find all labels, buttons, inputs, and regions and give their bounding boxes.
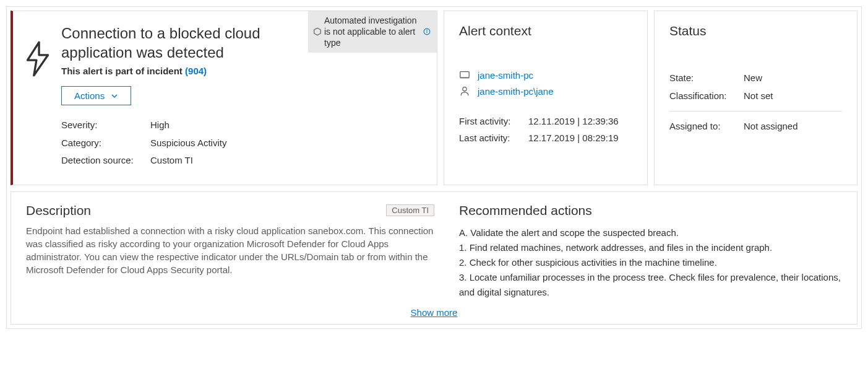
show-more-row: Show more (26, 307, 842, 318)
alert-icon-column (22, 24, 61, 170)
svg-rect-5 (460, 72, 469, 78)
description-heading: Description (26, 203, 91, 218)
severity-label: Severity: (61, 116, 150, 134)
classification-row: Classification: Not set (669, 87, 842, 105)
user-row: jane-smith-pc\jane (459, 85, 632, 97)
custom-ti-tag: Custom TI (386, 204, 434, 216)
recommended-line: 2. Check for other suspicious activities… (459, 255, 842, 270)
svg-point-7 (463, 87, 466, 91)
first-activity-label: First activity: (459, 113, 528, 129)
severity-row: Severity: High (61, 116, 424, 134)
state-value: New (744, 69, 762, 87)
svg-point-3 (427, 30, 428, 31)
svg-marker-0 (314, 28, 321, 35)
classification-value: Not set (744, 87, 773, 105)
detection-row: Detection source: Custom TI (61, 152, 424, 170)
last-activity-label: Last activity: (459, 129, 528, 146)
detection-label: Detection source: (61, 152, 150, 170)
recommended-column: Recommended actions A. Validate the aler… (459, 203, 842, 300)
category-value: Suspicious Activity (150, 134, 226, 152)
status-divider (669, 111, 842, 111)
last-activity-value: 12.17.2019 | 08:29:19 (528, 129, 619, 146)
detection-value: Custom TI (150, 152, 193, 170)
incident-link[interactable]: (904) (185, 66, 207, 76)
recommended-line: 1. Find related machines, network addres… (459, 240, 842, 255)
status-heading: Status (669, 24, 842, 38)
description-text: Endpoint had established a connection wi… (26, 224, 434, 276)
device-icon (459, 69, 470, 81)
alert-context-card: Alert context jane-smith-pc jane-smith-p… (444, 11, 648, 185)
recommended-heading: Recommended actions (459, 203, 842, 218)
bottom-columns: Description Custom TI Endpoint had estab… (26, 203, 842, 300)
assigned-value: Not assigned (744, 118, 798, 136)
last-activity-row: Last activity: 12.17.2019 | 08:29:19 (459, 129, 632, 146)
recommended-line: 3. Locate unfamiliar processes in the pr… (459, 270, 842, 300)
device-row: jane-smith-pc (459, 69, 632, 81)
hexagon-icon (313, 27, 322, 36)
lightning-icon (22, 41, 54, 77)
device-link[interactable]: jane-smith-pc (478, 70, 533, 81)
incident-prefix: This alert is part of incident (61, 66, 185, 76)
category-label: Category: (61, 134, 150, 152)
incident-line: This alert is part of incident (904) (61, 66, 424, 76)
description-recommended-card: Description Custom TI Endpoint had estab… (11, 191, 857, 325)
svg-marker-4 (27, 42, 48, 76)
automated-investigation-banner: Automated investigation is not applicabl… (308, 11, 437, 53)
category-row: Category: Suspicious Activity (61, 134, 424, 152)
classification-label: Classification: (669, 87, 744, 105)
recommended-line: A. Validate the alert and scope the susp… (459, 225, 842, 240)
first-activity-row: First activity: 12.11.2019 | 12:39:36 (459, 113, 632, 129)
status-card: Status State: New Classification: Not se… (654, 11, 857, 185)
description-header-row: Description Custom TI (26, 203, 434, 218)
info-icon[interactable] (423, 28, 431, 35)
first-activity-value: 12.11.2019 | 12:39:36 (528, 113, 619, 129)
description-column: Description Custom TI Endpoint had estab… (26, 203, 434, 300)
alert-detail-container: Automated investigation is not applicabl… (6, 6, 862, 329)
chevron-down-icon (111, 92, 118, 100)
actions-button[interactable]: Actions (61, 86, 131, 105)
state-label: State: (669, 69, 744, 87)
severity-value: High (150, 116, 170, 134)
show-more-link[interactable]: Show more (411, 307, 458, 318)
actions-label: Actions (74, 90, 105, 101)
banner-text: Automated investigation is not applicabl… (324, 15, 419, 49)
alert-summary-card: Automated investigation is not applicabl… (11, 11, 437, 185)
top-row: Automated investigation is not applicabl… (11, 11, 857, 185)
user-link[interactable]: jane-smith-pc\jane (478, 86, 554, 97)
assigned-label: Assigned to: (669, 118, 744, 136)
state-row: State: New (669, 69, 842, 87)
context-heading: Alert context (459, 24, 632, 38)
user-icon (459, 85, 470, 97)
assigned-row: Assigned to: Not assigned (669, 118, 842, 136)
